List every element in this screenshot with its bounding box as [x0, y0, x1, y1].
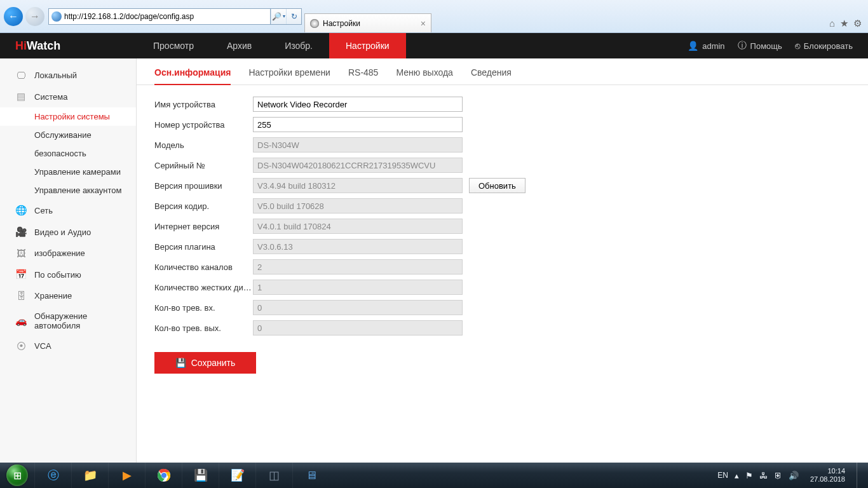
sidebar-item-label: Видео и Аудио — [34, 227, 91, 237]
top-nav-item[interactable]: Архив — [210, 33, 268, 58]
browser-forward-button[interactable]: → — [25, 7, 44, 26]
sidebar-item-label: Система — [34, 92, 67, 102]
sidebar-subitem[interactable]: Обслуживание — [0, 126, 136, 144]
sidebar-item[interactable]: 🎥Видео и Аудио — [0, 221, 136, 243]
user-menu[interactable]: 👤 admin — [688, 41, 724, 51]
task-vbox[interactable]: ◫ — [255, 463, 292, 488]
sidebar-item-label: Локальный — [34, 71, 77, 80]
search-dropdown[interactable]: 🔎▾ — [271, 9, 286, 24]
sidebar-item-label: VCA — [34, 341, 51, 351]
system-tray: EN ▴ ⚑ 🖧 ⛨ 🔊 10:14 27.08.2018 — [717, 463, 868, 488]
top-nav-item[interactable]: Изобр. — [268, 33, 329, 58]
browser-tools-right: ⌂ ★ ⚙ — [829, 18, 862, 29]
sidebar-item-label: Хранение — [34, 291, 72, 301]
save-icon: 💾 — [175, 358, 186, 368]
sidebar-icon: ▤ — [15, 91, 27, 102]
sidebar-item-label: изображение — [34, 248, 85, 258]
form-row: Серийный № — [154, 158, 850, 173]
user-icon: 👤 — [688, 41, 698, 51]
tray-volume-icon[interactable]: 🔊 — [789, 471, 799, 480]
field-label: Модель — [154, 140, 253, 150]
refresh-button[interactable]: ↻ — [286, 9, 301, 24]
help-icon: ⓘ — [738, 40, 747, 51]
task-explorer[interactable]: 📁 — [71, 463, 108, 488]
top-nav-item[interactable]: Настройки — [329, 33, 406, 58]
sidebar-icon: 🚗 — [15, 315, 27, 327]
tray-time: 10:14 — [810, 467, 845, 475]
help-button[interactable]: ⓘ Помощь — [738, 40, 782, 51]
tray-network-icon[interactable]: 🖧 — [759, 471, 768, 480]
sidebar-item[interactable]: ⦿VCA — [0, 336, 136, 356]
url-input[interactable] — [64, 12, 268, 21]
tray-flag-icon[interactable]: ⚑ — [745, 471, 753, 480]
task-ie[interactable]: ⓔ — [34, 463, 71, 488]
tab-close-button[interactable]: × — [421, 18, 426, 29]
content-area: Осн.информацияНастройки времениRS-485Мен… — [137, 58, 868, 463]
sidebar-item[interactable]: 🖵Локальный — [0, 65, 136, 86]
top-nav-item[interactable]: Просмотр — [137, 33, 210, 58]
task-media[interactable]: ▶ — [108, 463, 145, 488]
windows-orb-icon — [6, 464, 28, 486]
task-notepad[interactable]: 📝 — [219, 463, 255, 488]
sidebar-subitem[interactable]: Настройки системы — [0, 107, 136, 126]
favicon-icon — [310, 19, 319, 28]
field-label: Количество каналов — [154, 262, 253, 272]
favorites-icon[interactable]: ★ — [840, 18, 848, 29]
field-input-device_name[interactable] — [253, 97, 463, 112]
show-desktop-button[interactable] — [857, 463, 864, 488]
field-input-firmware — [253, 178, 463, 193]
form-row: Версия кодир. — [154, 198, 850, 214]
form-row: Кол-во трев. вх. — [154, 300, 850, 315]
sidebar-item[interactable]: 🖼изображение — [0, 243, 136, 264]
subtab[interactable]: RS-485 — [348, 67, 378, 85]
sidebar-item[interactable]: 📅По событию — [0, 264, 136, 285]
sidebar-item[interactable]: ▤Система — [0, 86, 136, 107]
home-icon[interactable]: ⌂ — [829, 18, 835, 29]
browser-back-button[interactable]: ← — [4, 7, 23, 26]
sidebar-subitem[interactable]: Управление аккаунтом — [0, 181, 136, 200]
form-row: Имя устройства — [154, 97, 850, 112]
field-input-encoding — [253, 198, 463, 214]
tray-date: 27.08.2018 — [810, 475, 845, 484]
tray-language[interactable]: EN — [717, 471, 728, 480]
subtab[interactable]: Сведения — [471, 67, 512, 85]
task-chrome[interactable] — [145, 463, 182, 488]
tab-title: Настройки — [323, 19, 360, 28]
field-label: Версия плагина — [154, 242, 253, 252]
task-save[interactable]: 💾 — [182, 463, 219, 488]
sidebar-subitem[interactable]: безопасность — [0, 144, 136, 163]
subtabs: Осн.информацияНастройки времениRS-485Мен… — [137, 58, 868, 85]
address-bar[interactable] — [48, 8, 271, 25]
sidebar: 🖵Локальный▤СистемаНастройки системыОбслу… — [0, 58, 137, 463]
sidebar-icon: ⦿ — [15, 341, 27, 351]
start-button[interactable] — [0, 463, 34, 488]
update-button[interactable]: Обновить — [469, 178, 526, 193]
field-input-device_no[interactable] — [253, 117, 463, 132]
form-row: Версия плагина — [154, 239, 850, 254]
subtab[interactable]: Осн.информация — [154, 67, 231, 85]
sidebar-item[interactable]: 🌐Сеть — [0, 200, 136, 221]
sidebar-item[interactable]: 🚗Обнаружение автомобиля — [0, 306, 136, 336]
save-label: Сохранить — [191, 358, 236, 368]
save-button[interactable]: 💾Сохранить — [154, 352, 256, 374]
lock-button[interactable]: ⎋ Блокировать — [795, 41, 853, 51]
sidebar-item-label: По событию — [34, 270, 81, 280]
field-input-channels — [253, 259, 463, 274]
task-settings[interactable]: 🖥 — [292, 463, 329, 488]
field-label: Версия прошивки — [154, 181, 253, 191]
form-row: Номер устройства — [154, 117, 850, 132]
subtab[interactable]: Настройки времени — [248, 67, 330, 85]
globe-icon — [51, 11, 62, 22]
tools-icon[interactable]: ⚙ — [853, 18, 862, 29]
tray-action-icon[interactable]: ⛨ — [774, 471, 782, 480]
tray-chevron-icon[interactable]: ▴ — [735, 471, 739, 480]
browser-tab[interactable]: Настройки × — [304, 13, 431, 32]
app-top-nav: HiWatch ПросмотрАрхивИзобр.Настройки 👤 a… — [0, 33, 868, 58]
address-bar-tools: 🔎▾ ↻ — [271, 8, 302, 25]
sidebar-icon: 🎥 — [15, 226, 27, 238]
username-label: admin — [702, 41, 724, 51]
tray-clock[interactable]: 10:14 27.08.2018 — [805, 467, 850, 484]
subtab[interactable]: Меню выхода — [396, 67, 453, 85]
sidebar-subitem[interactable]: Управление камерами — [0, 163, 136, 181]
sidebar-item[interactable]: 🗄Хранение — [0, 285, 136, 306]
